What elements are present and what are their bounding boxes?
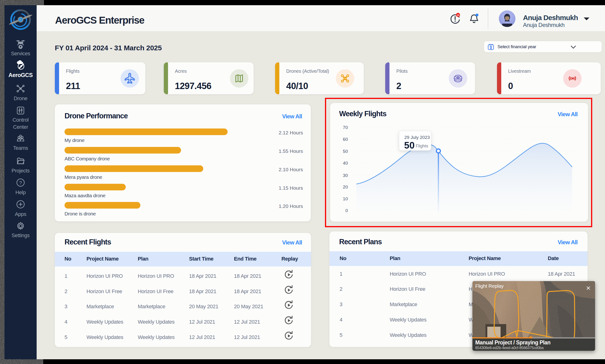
svg-text:10: 10 xyxy=(457,14,460,16)
svg-text:?: ? xyxy=(19,180,22,185)
